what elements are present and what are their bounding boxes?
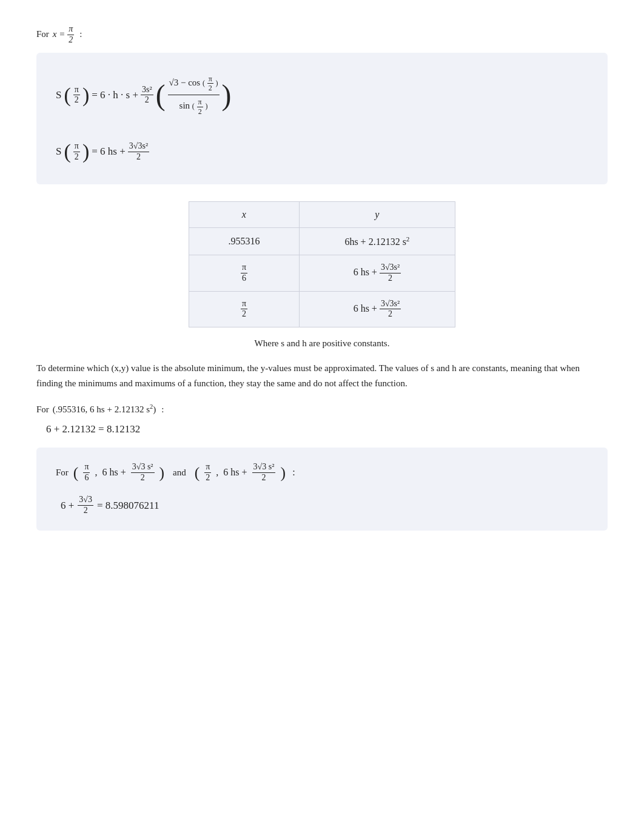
bottom-math-box: For ( π 6 , 6 hs + 3√3 s² 2 ) and ( π 2 …: [36, 448, 608, 531]
for2-colon: :: [159, 404, 164, 415]
pi-over-2-frac: π 2: [67, 24, 74, 45]
col-y-header: y: [299, 201, 455, 227]
for3-text: For: [56, 468, 69, 478]
row3-y-frac: 3√3s² 2: [380, 299, 401, 320]
for3-6hs1: 6 hs +: [102, 467, 126, 478]
table-caption: Where s and h are positive constants.: [36, 338, 608, 349]
math-box-1: S ( π 2 ) = 6 · h · s + 3s² 2 ( √3 − cos…: [36, 53, 608, 184]
row2-y: 6 hs + 3√3s² 2: [299, 255, 455, 292]
big-right-paren: ): [222, 83, 232, 107]
for3-lparen2: (: [195, 466, 200, 480]
row3-x-frac: π 2: [241, 299, 247, 320]
for2-text: For: [36, 404, 49, 415]
for3-comma1: ,: [95, 467, 97, 478]
eq2-equals: = 6 hs +: [92, 146, 126, 158]
for-text: For: [36, 29, 49, 39]
for-x-label: For x = π 2 :: [36, 24, 608, 45]
for3-rparen1: ): [159, 466, 165, 480]
for2-expr: (.955316, 6 hs + 2.12132 s2): [53, 403, 156, 415]
for-x-expr: x = π 2: [53, 24, 74, 45]
for3-pi2: π 2: [204, 462, 211, 483]
for3-lparen1: (: [73, 466, 79, 480]
calc-1: 6 + 2.12132 = 8.12132: [46, 423, 608, 435]
table-row: .955316 6hs + 2.12132 s2: [189, 227, 455, 255]
eq2-coeff: 3√3s² 2: [128, 141, 149, 163]
eq1-lhs: S: [56, 89, 61, 101]
row2-y-frac: 3√3s² 2: [380, 263, 401, 284]
row3-x: π 2: [189, 291, 300, 327]
eq2-lhs: S: [56, 146, 61, 158]
table-row: π 6 6 hs + 3√3s² 2: [189, 255, 455, 292]
for-colon: :: [78, 29, 82, 39]
row1-x: .955316: [189, 227, 300, 255]
calc2-text: 6 +: [61, 500, 74, 512]
equation-1: S ( π 2 ) = 6 · h · s + 3s² 2 ( √3 − cos…: [56, 75, 588, 116]
calc2-frac: 3√3 2: [78, 495, 93, 516]
and-text: and: [173, 468, 186, 478]
for3-frac2: 3√3 s² 2: [252, 462, 276, 483]
for-2-label: For (.955316, 6 hs + 2.12132 s2) :: [36, 403, 608, 415]
eq1-inner-frac: √3 − cos ( π 2 ) sin ( π 2 ): [168, 75, 220, 116]
for3-frac1: 3√3 s² 2: [131, 462, 155, 483]
xy-table: x y .955316 6hs + 2.12132 s2 π 6: [189, 201, 455, 328]
row3-y: 6 hs + 3√3s² 2: [299, 291, 455, 327]
for3-pi6: π 6: [83, 462, 90, 483]
eq2-pi2: π 2: [73, 141, 80, 163]
for3-colon: :: [290, 467, 295, 478]
for-3-line: For ( π 6 , 6 hs + 3√3 s² 2 ) and ( π 2 …: [56, 462, 588, 483]
calc-2-line: 6 + 3√3 2 = 8.598076211: [61, 495, 588, 516]
col-x-header: x: [189, 201, 300, 227]
eq1-coeff: 3s² 2: [141, 85, 153, 106]
row2-x: π 6: [189, 255, 300, 292]
for3-comma2: ,: [216, 467, 218, 478]
table-wrap: x y .955316 6hs + 2.12132 s2 π 6: [36, 201, 608, 328]
paragraph-1: To determine which (x,y) value is the ab…: [36, 361, 608, 391]
for3-rparen2: ): [280, 466, 286, 480]
eq1-pi2: π 2: [73, 85, 80, 106]
table-row: π 2 6 hs + 3√3s² 2: [189, 291, 455, 327]
big-left-paren: (: [156, 83, 166, 107]
calc2-result: = 8.598076211: [97, 500, 159, 512]
equation-2: S ( π 2 ) = 6 hs + 3√3s² 2: [56, 141, 588, 163]
eq1-equals: = 6 · h · s +: [92, 89, 138, 101]
row1-y: 6hs + 2.12132 s2: [299, 227, 455, 255]
row2-x-frac: π 6: [241, 263, 247, 284]
for3-6hs2: 6 hs +: [223, 467, 247, 478]
